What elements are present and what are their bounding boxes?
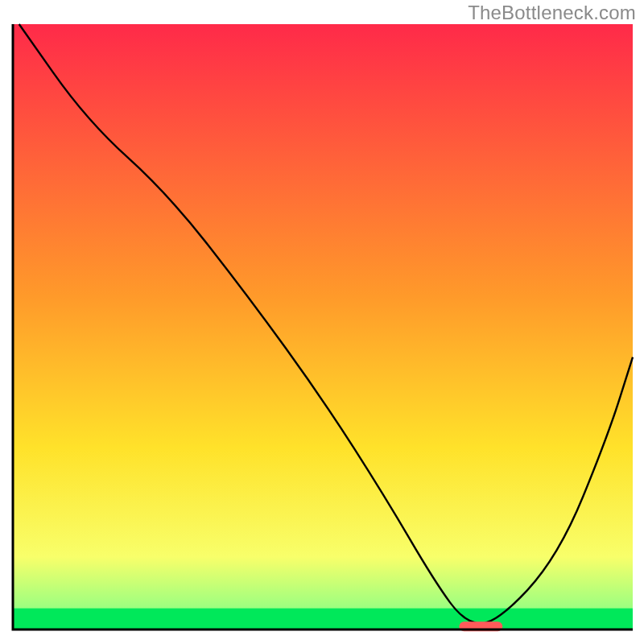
bottleneck-chart [0, 0, 644, 644]
watermark-text: TheBottleneck.com [468, 2, 636, 24]
plot-gradient-background [13, 24, 633, 630]
chart-stage: TheBottleneck.com [0, 0, 644, 644]
baseline-band [13, 609, 633, 630]
